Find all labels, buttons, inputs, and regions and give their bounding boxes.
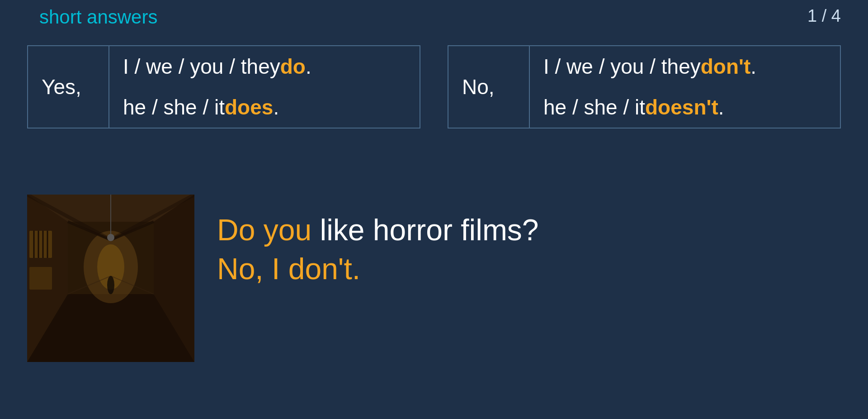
no-row2-suffix: . [718,95,724,119]
yes-row2: he / she / it does. [109,87,420,128]
no-row1-suffix: . [750,54,756,79]
no-table: No, I / we / you / they don't. he / she … [448,45,841,129]
no-row2: he / she / it doesn't. [530,87,840,128]
yes-row2-suffix: . [273,95,279,119]
horror-image [27,195,194,362]
yes-row2-prefix: he / she / it [123,95,225,119]
slide-counter: 1 / 4 [807,6,841,26]
yes-label: Yes, [28,46,109,128]
yes-row2-highlight: does [225,95,273,119]
yes-row1: I / we / you / they do. [109,46,420,87]
svg-rect-22 [27,195,194,362]
yes-row1-highlight: do [280,54,306,79]
yes-row1-suffix: . [306,54,311,79]
page-title: short answers [39,6,157,28]
bottom-section: Do you like horror films? No, I don't. [27,195,539,362]
no-row1-highlight: don't [701,54,751,79]
no-label: No, [448,46,530,128]
tables-container: Yes, I / we / you / they do. he / she / … [27,45,841,129]
question-answer: Do you like horror films? No, I don't. [217,195,539,286]
question-do-you: Do you [217,213,311,247]
question-rest: like horror films? [311,213,538,247]
yes-row1-prefix: I / we / you / they [123,54,280,79]
no-row2-prefix: he / she / it [543,95,645,119]
no-row2-highlight: doesn't [645,95,718,119]
no-row1-prefix: I / we / you / they [543,54,701,79]
answer-line: No, I don't. [217,252,539,286]
no-row1: I / we / you / they don't. [530,46,840,87]
question-line: Do you like horror films? [217,213,539,247]
yes-table: Yes, I / we / you / they do. he / she / … [27,45,420,129]
